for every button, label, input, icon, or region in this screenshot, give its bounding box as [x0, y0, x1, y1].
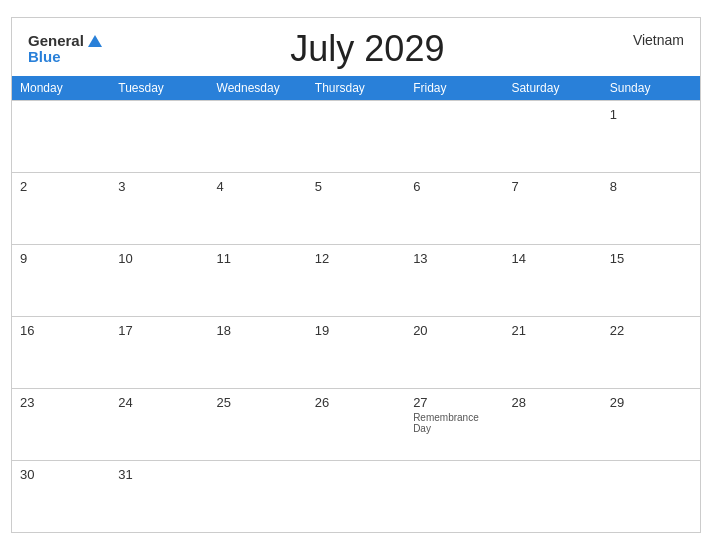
- cell-date: 25: [217, 395, 299, 410]
- day-tuesday: Tuesday: [110, 76, 208, 100]
- calendar-cell: 1: [602, 100, 700, 172]
- calendar-cell: [307, 460, 405, 532]
- calendar-cell: [12, 100, 110, 172]
- cell-date: 2: [20, 179, 102, 194]
- cell-date: 6: [413, 179, 495, 194]
- day-wednesday: Wednesday: [209, 76, 307, 100]
- day-sunday: Sunday: [602, 76, 700, 100]
- cell-date: 12: [315, 251, 397, 266]
- calendar-cell: 25: [209, 388, 307, 460]
- cell-date: 11: [217, 251, 299, 266]
- calendar-grid: 1234567891011121314151617181920212223242…: [12, 100, 700, 532]
- country-label: Vietnam: [633, 28, 684, 48]
- calendar-cell: 10: [110, 244, 208, 316]
- calendar-cell: 31: [110, 460, 208, 532]
- calendar-cell: 14: [503, 244, 601, 316]
- days-header: Monday Tuesday Wednesday Thursday Friday…: [12, 76, 700, 100]
- calendar-cell: 7: [503, 172, 601, 244]
- calendar-title: July 2029: [102, 28, 633, 70]
- calendar-cell: 11: [209, 244, 307, 316]
- cell-date: 10: [118, 251, 200, 266]
- cell-date: 16: [20, 323, 102, 338]
- calendar-cell: 6: [405, 172, 503, 244]
- cell-date: 31: [118, 467, 200, 482]
- calendar-cell: [503, 460, 601, 532]
- cell-date: 27: [413, 395, 495, 410]
- calendar-cell: [405, 100, 503, 172]
- cell-date: 22: [610, 323, 692, 338]
- cell-date: 8: [610, 179, 692, 194]
- calendar-cell: [209, 460, 307, 532]
- cell-date: 26: [315, 395, 397, 410]
- calendar-cell: [110, 100, 208, 172]
- day-thursday: Thursday: [307, 76, 405, 100]
- calendar-cell: 19: [307, 316, 405, 388]
- calendar-cell: 15: [602, 244, 700, 316]
- cell-date: 13: [413, 251, 495, 266]
- cell-date: 9: [20, 251, 102, 266]
- logo-triangle-icon: [88, 35, 102, 47]
- calendar-cell: 23: [12, 388, 110, 460]
- calendar-cell: 20: [405, 316, 503, 388]
- cell-date: 29: [610, 395, 692, 410]
- calendar-cell: 22: [602, 316, 700, 388]
- day-saturday: Saturday: [503, 76, 601, 100]
- cell-event: Remembrance Day: [413, 412, 495, 434]
- cell-date: 21: [511, 323, 593, 338]
- calendar-cell: 5: [307, 172, 405, 244]
- calendar-cell: [405, 460, 503, 532]
- cell-date: 17: [118, 323, 200, 338]
- calendar-cell: 12: [307, 244, 405, 316]
- calendar-cell: 18: [209, 316, 307, 388]
- calendar-cell: 2: [12, 172, 110, 244]
- calendar-cell: 9: [12, 244, 110, 316]
- calendar: General Blue July 2029 Vietnam Monday Tu…: [11, 17, 701, 533]
- calendar-header: General Blue July 2029 Vietnam: [12, 18, 700, 76]
- calendar-cell: 26: [307, 388, 405, 460]
- cell-date: 30: [20, 467, 102, 482]
- calendar-cell: 21: [503, 316, 601, 388]
- cell-date: 18: [217, 323, 299, 338]
- calendar-cell: [307, 100, 405, 172]
- calendar-cell: 24: [110, 388, 208, 460]
- calendar-cell: 4: [209, 172, 307, 244]
- calendar-cell: 29: [602, 388, 700, 460]
- logo-blue-text: Blue: [28, 49, 61, 66]
- cell-date: 4: [217, 179, 299, 194]
- calendar-cell: 17: [110, 316, 208, 388]
- cell-date: 28: [511, 395, 593, 410]
- cell-date: 3: [118, 179, 200, 194]
- cell-date: 7: [511, 179, 593, 194]
- calendar-cell: [209, 100, 307, 172]
- calendar-cell: 16: [12, 316, 110, 388]
- cell-date: 1: [610, 107, 692, 122]
- calendar-cell: 8: [602, 172, 700, 244]
- cell-date: 5: [315, 179, 397, 194]
- logo: General Blue: [28, 33, 102, 66]
- logo-general-text: General: [28, 33, 84, 50]
- cell-date: 15: [610, 251, 692, 266]
- cell-date: 24: [118, 395, 200, 410]
- day-monday: Monday: [12, 76, 110, 100]
- day-friday: Friday: [405, 76, 503, 100]
- cell-date: 14: [511, 251, 593, 266]
- cell-date: 23: [20, 395, 102, 410]
- calendar-cell: [602, 460, 700, 532]
- calendar-cell: [503, 100, 601, 172]
- calendar-cell: 13: [405, 244, 503, 316]
- cell-date: 20: [413, 323, 495, 338]
- cell-date: 19: [315, 323, 397, 338]
- calendar-cell: 3: [110, 172, 208, 244]
- calendar-cell: 30: [12, 460, 110, 532]
- calendar-cell: 27Remembrance Day: [405, 388, 503, 460]
- calendar-cell: 28: [503, 388, 601, 460]
